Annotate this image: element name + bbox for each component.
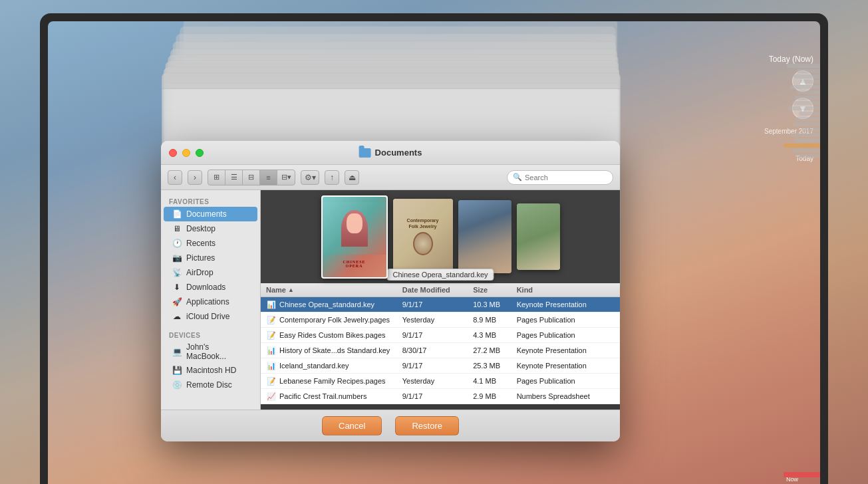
sidebar-item-downloads[interactable]: ⬇ Downloads	[164, 280, 257, 295]
tm-bar	[797, 69, 820, 73]
sidebar-item-documents-label: Documents	[186, 209, 227, 219]
file-row[interactable]: 📝 Lebanese Family Recipes.pages Yesterda…	[261, 374, 620, 389]
main-content-area: CHINESEOPERA ContemporaryFolk Jewelry	[261, 190, 620, 410]
file-row[interactable]: 📊 Iceland_standard.key 9/1/17 25.3 MB Ke…	[261, 358, 620, 374]
sidebar-item-remote-label: Remote Disc	[186, 380, 232, 390]
tm-tick-marks	[794, 61, 820, 457]
devices-label: Devices	[161, 329, 260, 340]
tm-bar	[787, 64, 820, 68]
sidebar-item-macbook-label: John's MacBook...	[186, 342, 249, 361]
tm-bar	[796, 117, 820, 121]
airdrop-icon: 📡	[172, 267, 182, 278]
tm-bar	[790, 85, 820, 89]
tm-bar	[792, 101, 820, 105]
preview-thumb-recipes[interactable]	[517, 203, 560, 270]
view-buttons: ⊞ ☰ ⊟ ≡ ⊟▾	[208, 170, 295, 185]
sidebar-item-airdrop[interactable]: 📡 AirDrop	[164, 265, 257, 280]
sidebar-item-recents[interactable]: 🕐 Recents	[164, 236, 257, 251]
sidebar-item-icloud-label: iCloud Drive	[186, 312, 229, 321]
sidebar-item-airdrop-label: AirDrop	[186, 268, 214, 277]
close-button[interactable]	[169, 149, 177, 157]
file-row[interactable]: 📝 Easy Rides Custom Bikes.pages 9/1/17 4…	[261, 328, 620, 343]
cancel-button[interactable]: Cancel	[322, 416, 382, 435]
icloud-icon: ☁	[172, 311, 182, 322]
tm-bar	[801, 128, 820, 132]
recents-icon: 🕐	[172, 238, 182, 249]
sidebar-item-desktop[interactable]: 🖥 Desktop	[164, 221, 257, 236]
preview-thumb-bikes[interactable]	[458, 200, 511, 273]
pages-icon: 📝	[266, 314, 277, 325]
finder-body: Favorites 📄 Documents 🖥 Desktop 🕐 Recent…	[161, 190, 620, 410]
mac-screen: Documents ‹ › ⊞ ☰ ⊟ ≡ ⊟▾ ⚙▾ ↑ ⏏ 🔍	[48, 21, 820, 484]
eject-button[interactable]: ⏏	[345, 170, 359, 185]
file-tooltip: Chinese Opera_standard.key	[386, 269, 494, 281]
header-kind[interactable]: Kind	[517, 286, 615, 294]
sidebar-item-pictures-label: Pictures	[186, 253, 215, 263]
column-view-button[interactable]: ⊟	[243, 170, 260, 185]
remote-icon: 💿	[172, 380, 182, 390]
tm-bar	[796, 154, 820, 158]
tm-bar	[795, 96, 820, 100]
pages-icon: 📝	[266, 376, 277, 386]
back-button[interactable]: ‹	[168, 170, 182, 185]
keynote-icon: 📊	[266, 360, 277, 371]
sidebar-item-remote[interactable]: 💿 Remote Disc	[164, 378, 257, 392]
desktop-icon: 🖥	[172, 223, 182, 234]
sidebar-item-applications-label: Applications	[186, 297, 229, 306]
folder-icon	[359, 148, 371, 158]
sidebar-item-icloud[interactable]: ☁ iCloud Drive	[164, 309, 257, 324]
header-date[interactable]: Date Modified	[402, 286, 473, 294]
header-size[interactable]: Size	[473, 286, 517, 294]
mac-frame: Documents ‹ › ⊞ ☰ ⊟ ≡ ⊟▾ ⚙▾ ↑ ⏏ 🔍	[40, 13, 828, 484]
icon-view-button[interactable]: ⊞	[208, 170, 225, 185]
tm-bar	[794, 74, 820, 78]
keynote-icon: 📊	[266, 345, 277, 356]
documents-icon: 📄	[172, 209, 182, 219]
action-button[interactable]: ⚙▾	[301, 170, 319, 185]
pictures-icon: 📷	[172, 253, 182, 263]
finder-titlebar: Documents	[161, 141, 620, 165]
preview-thumb-folk-jewelry[interactable]: ContemporaryFolk Jewelry	[393, 199, 453, 275]
search-box[interactable]: 🔍	[507, 170, 613, 185]
keynote-icon: 📊	[266, 299, 277, 310]
sidebar-item-desktop-label: Desktop	[186, 224, 216, 233]
tm-bar	[794, 122, 820, 126]
preview-thumb-chinese-opera[interactable]: CHINESEOPERA	[321, 195, 388, 279]
file-list[interactable]: Name ▲ Date Modified Size Kind 📊 Chinese…	[261, 283, 620, 404]
search-icon: 🔍	[513, 173, 522, 182]
tm-now-bar: Now	[784, 472, 820, 477]
sidebar-item-documents[interactable]: 📄 Documents	[164, 207, 257, 221]
forward-button[interactable]: ›	[188, 170, 202, 185]
sidebar-item-applications[interactable]: 🚀 Applications	[164, 295, 257, 309]
applications-icon: 🚀	[172, 297, 182, 307]
restore-button[interactable]: Restore	[395, 416, 459, 435]
file-row[interactable]: 📈 Pacific Crest Trail.numbers 9/1/17 2.9…	[261, 389, 620, 404]
now-label: Now	[784, 476, 798, 483]
downloads-icon: ⬇	[172, 282, 182, 293]
sidebar-item-macintosh[interactable]: 💾 Macintosh HD	[164, 363, 257, 378]
maximize-button[interactable]	[196, 149, 204, 157]
sidebar-item-macintosh-label: Macintosh HD	[186, 366, 236, 375]
minimize-button[interactable]	[182, 149, 190, 157]
finder-title: Documents	[359, 148, 422, 158]
tm-bar	[797, 90, 820, 94]
file-row[interactable]: 📊 History of Skate...ds Standard.key 8/3…	[261, 343, 620, 358]
cover-flow-view-button[interactable]: ≡	[260, 170, 277, 185]
tm-bar	[791, 133, 820, 137]
gallery-view-button[interactable]: ⊟▾	[277, 170, 295, 185]
file-row[interactable]: 📊 Chinese Opera_standard.key 9/1/17 10.3…	[261, 297, 620, 312]
search-input[interactable]	[525, 174, 607, 182]
sidebar-item-pictures[interactable]: 📷 Pictures	[164, 251, 257, 265]
tm-bar	[795, 138, 820, 142]
file-row[interactable]: 📝 Contemporary Folk Jewelry.pages Yester…	[261, 312, 620, 328]
finder-footer: Cancel Restore	[161, 410, 620, 441]
share-button[interactable]: ↑	[325, 170, 339, 185]
list-header: Name ▲ Date Modified Size Kind	[261, 283, 620, 297]
list-view-button[interactable]: ☰	[225, 170, 243, 185]
tm-bar	[792, 149, 820, 153]
pages-icon: 📝	[266, 330, 277, 340]
sidebar-item-macbook[interactable]: 💻 John's MacBook...	[164, 340, 257, 363]
header-name[interactable]: Name ▲	[266, 286, 402, 294]
finder-sidebar: Favorites 📄 Documents 🖥 Desktop 🕐 Recent…	[161, 190, 261, 410]
tm-bar	[788, 106, 820, 110]
